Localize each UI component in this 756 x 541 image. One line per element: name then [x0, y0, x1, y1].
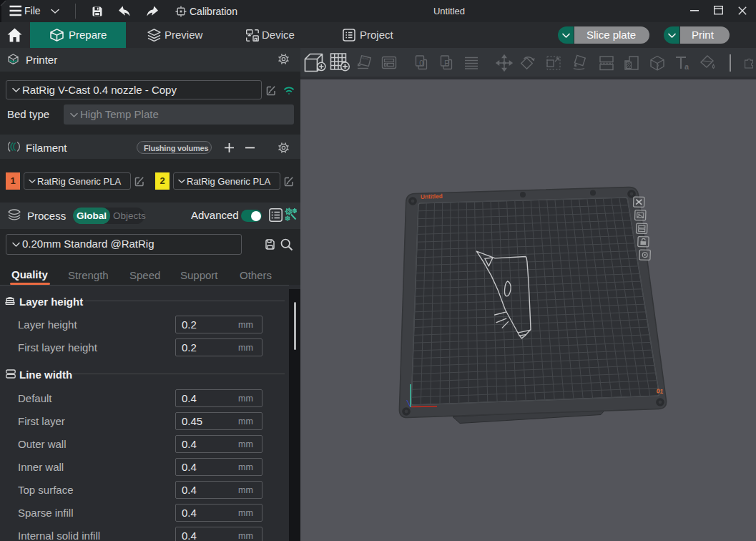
svg-text:0: 0 [419, 59, 423, 67]
svg-text:01: 01 [656, 387, 664, 395]
svg-text:a: a [684, 62, 689, 71]
svg-text:Untitled: Untitled [421, 192, 443, 200]
svg-text:P: P [444, 59, 449, 67]
